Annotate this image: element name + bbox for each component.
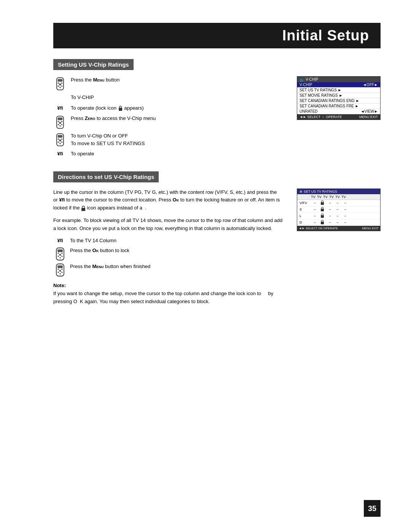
screen2-label-l: L — [299, 214, 310, 218]
screen2-title-text: SET US TV RATINGS — [304, 190, 337, 193]
svg-point-41 — [59, 273, 61, 275]
screen-row-can-fre: SET CANADIAN RATINGS FRE ► — [297, 104, 380, 109]
instr-text-1: Press the Menu button — [71, 76, 285, 84]
screen-row-us-tv-label: SET US TV RATINGS ► — [299, 88, 341, 92]
screen2-cursor-icon: ⊕ — [299, 190, 303, 193]
svg-point-20 — [58, 138, 59, 140]
svg-point-40 — [61, 272, 63, 273]
svg-rect-10 — [58, 117, 63, 120]
svg-point-29 — [57, 252, 59, 254]
title-bar: Initial Setup — [53, 23, 381, 48]
screen-row-can-eng-label: SET CANADIAN RATINGS ENG ► — [299, 99, 359, 103]
zero-keyword: Zero — [85, 115, 95, 121]
remote-svg-1 — [54, 77, 66, 91]
screen-row-can-fre-label: SET CANADIAN RATINGS FRE ► — [299, 104, 359, 108]
note-text: If you want to change the setup, move th… — [53, 290, 285, 306]
instr-text-2: To operate (lock icon appears) — [71, 104, 285, 112]
svg-point-19 — [59, 139, 61, 141]
section-directions: Directions to set US V-Chip Ratings Line… — [53, 171, 381, 306]
instr-row-5: ¥fi To operate — [53, 150, 285, 158]
screen2-row-d: D – – – – — [297, 219, 380, 226]
remote-icon-1 — [53, 77, 67, 91]
lock-icon-s — [320, 207, 324, 211]
instr-row-2: ¥fi To operate (lock icon appears) — [53, 104, 285, 112]
step-yfi-icon: ¥fi — [53, 237, 67, 243]
svg-rect-42 — [321, 202, 324, 205]
screen2-footer-left: ◄► SELECT OK OPERATE — [299, 227, 338, 230]
step-remote-icon-2 — [53, 263, 67, 276]
svg-point-21 — [61, 138, 63, 140]
screen-row-movie-label: SET MOVIE RATINGS ► — [299, 93, 342, 97]
lock-inline-icon — [118, 105, 123, 111]
svg-point-24 — [59, 143, 61, 144]
screen1-footer-left: ◄► SELECT ↔ OPERATE — [299, 115, 342, 119]
instr-indent-vchip: To V-CHIP — [53, 94, 285, 101]
screen2-label-vfv: V/FV — [299, 201, 310, 205]
step-remote-icon-1 — [53, 247, 67, 260]
svg-point-7 — [59, 87, 61, 88]
instr-row-1: Press the Menu button — [53, 76, 285, 91]
directions-para2: For example. To block viewing of all TV … — [53, 217, 285, 233]
page-number: 35 — [364, 500, 381, 517]
screen1-title-bar: 📺 V-CHIP — [297, 77, 380, 82]
note-block: Note: If you want to change the setup, m… — [53, 283, 285, 306]
svg-rect-18 — [58, 135, 63, 137]
screen-row-can-eng: SET CANADIAN RATINGS ENG ► — [297, 98, 380, 104]
step-row-1: ¥fi To the TV 14 Column — [53, 237, 285, 244]
section2-header: Directions to set US V-Chip Ratings — [53, 171, 159, 182]
lock-icon-d — [320, 220, 324, 224]
svg-point-5 — [58, 86, 59, 87]
screen2-title-bar: ⊕ SET US TV RATINGS — [297, 189, 380, 194]
remote-icon-2 — [53, 115, 67, 129]
screen2-footer: ◄► SELECT OK OPERATE MENU EXIT — [297, 226, 380, 231]
instr-row-4: To turn V-Chip ON or OFF To move to SET … — [53, 132, 285, 147]
screen1-footer: ◄► SELECT ↔ OPERATE MENU EXIT — [297, 114, 380, 120]
directions-content: Line up the cursor in the column (TV PG,… — [53, 189, 381, 306]
step-row-2: Press the Ok button to lock — [53, 247, 285, 260]
screen2-col-tvg: TV — [322, 195, 328, 199]
svg-point-37 — [57, 268, 59, 270]
screen2-col-tvma: TV — [341, 195, 347, 199]
svg-point-23 — [61, 142, 63, 143]
svg-point-22 — [58, 142, 59, 143]
remote-icon-3 — [53, 133, 67, 147]
svg-rect-35 — [57, 265, 63, 268]
svg-point-14 — [58, 124, 59, 126]
screen2-col-tvpg: TV — [328, 195, 335, 199]
screen2-footer-right: MENU EXIT — [362, 227, 379, 230]
svg-point-6 — [61, 86, 63, 87]
section-setting-vchip: Setting US V-Chip Ratings — [53, 59, 381, 161]
screen2-col-tvy: TV — [316, 195, 322, 199]
screen-row-unrated: UNRATED ◄VIEW► — [297, 109, 380, 114]
step-row-3: Press the Menu button when finished — [53, 263, 285, 276]
svg-point-28 — [59, 254, 61, 256]
lock-inline-icon2 — [81, 206, 86, 211]
svg-point-33 — [59, 257, 61, 259]
remote-svg-2 — [54, 115, 66, 129]
svg-rect-43 — [321, 209, 324, 211]
screen1-mockup: 📺 V-CHIP V-CHIP ◄OFF► SET US TV RATINGS … — [297, 76, 381, 120]
page-title: Initial Setup — [61, 27, 369, 44]
directions-para1: Line up the cursor in the column (TV PG,… — [53, 189, 285, 212]
screen2-blank-col — [299, 195, 310, 199]
svg-point-31 — [57, 256, 59, 257]
screen2-row-vfv: V/FV – – – – — [297, 200, 380, 206]
step-text-1: To the TV 14 Column — [70, 237, 285, 244]
instr-row-3: Press Zero to access the V-Chip menu — [53, 115, 285, 129]
screen-row-vchip: V-CHIP ◄OFF► — [297, 82, 380, 88]
vchip-screen: 📺 V-CHIP V-CHIP ◄OFF► SET US TV RATINGS … — [297, 76, 381, 120]
remote-svg-step2 — [55, 264, 65, 276]
yfi-icon-1: ¥fi — [53, 105, 67, 111]
svg-point-16 — [59, 125, 61, 127]
screen2-row-s: S – – – – — [297, 206, 380, 213]
instr-text-4: To turn V-Chip ON or OFF To move to SET … — [71, 132, 285, 147]
directions-text-col: Line up the cursor in the column (TV PG,… — [53, 189, 285, 306]
svg-point-3 — [58, 82, 59, 84]
svg-point-36 — [59, 270, 61, 272]
screen-row-movie: SET MOVIE RATINGS ► — [297, 93, 380, 98]
screen-tv-icon: 📺 — [299, 77, 304, 81]
screen2-row-l: L – – – – — [297, 213, 380, 219]
screen1-footer-right: MENU EXIT — [359, 115, 378, 119]
yfi-icon-2: ¥fi — [53, 151, 67, 157]
screen2-col-headers: TV TV TV TV TV TV — [297, 194, 380, 200]
